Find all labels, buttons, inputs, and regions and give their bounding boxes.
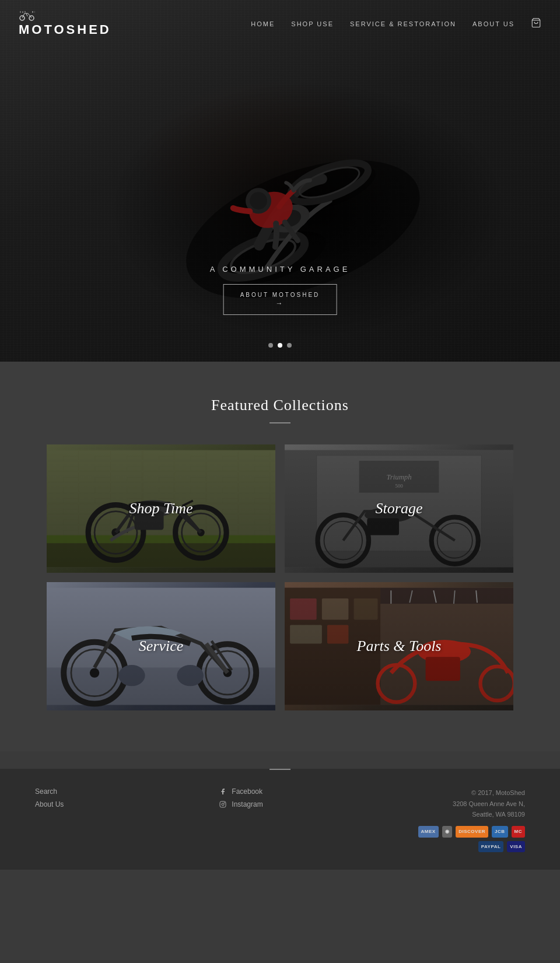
collection-card-shop-time[interactable]: Shop Time bbox=[47, 444, 275, 573]
social-instagram[interactable]: Instagram bbox=[219, 800, 262, 808]
brand-name: MOTOSHED bbox=[19, 22, 111, 37]
footer-links: Search About Us bbox=[35, 787, 64, 808]
footer-right: © 2017, MotoShed 3208 Queen Anne Ave N, … bbox=[418, 787, 525, 852]
instagram-label: Instagram bbox=[232, 800, 262, 808]
facebook-label: Facebook bbox=[232, 787, 262, 796]
collection-card-storage[interactable]: Triumph 500 Storage bbox=[285, 444, 513, 573]
social-facebook[interactable]: Facebook bbox=[219, 787, 262, 796]
payment-discover: DISCOVER bbox=[456, 826, 488, 838]
service-label: Service bbox=[139, 638, 184, 655]
instagram-icon bbox=[219, 800, 227, 808]
collection-card-parts-tools[interactable]: Parts & Tools bbox=[285, 582, 513, 710]
footer-content: Search About Us Facebook bbox=[0, 770, 560, 870]
featured-collections-section: Featured Collections bbox=[0, 362, 560, 751]
carousel-dot-3[interactable] bbox=[287, 343, 292, 348]
hero-cta-arrow: → bbox=[240, 299, 320, 307]
address-line1: 3208 Queen Anne Ave N, bbox=[418, 799, 525, 810]
svg-point-72 bbox=[225, 803, 225, 803]
carousel-dots bbox=[268, 343, 292, 348]
logo[interactable]: BAR · MI MOTOSHED bbox=[19, 10, 111, 37]
nav-service-restoration[interactable]: SERVICE & RESTORATION bbox=[350, 20, 456, 27]
hero-section: A COMMUNITY GARAGE ABOUT MOTOSHED → bbox=[0, 0, 560, 362]
payment-paypal: PayPal bbox=[478, 841, 504, 853]
svg-text:BAR · MI: BAR · MI bbox=[20, 11, 35, 13]
shop-time-label: Shop Time bbox=[129, 500, 192, 517]
carousel-dot-2[interactable] bbox=[278, 343, 282, 348]
logo-icon: BAR · MI bbox=[19, 10, 35, 21]
facebook-icon bbox=[219, 787, 227, 796]
footer-link-search[interactable]: Search bbox=[35, 787, 64, 796]
collections-grid: Shop Time Triumph 500 bbox=[47, 444, 513, 710]
svg-point-71 bbox=[222, 803, 224, 806]
hero-cta-button[interactable]: ABOUT MOTOSHED → bbox=[223, 284, 337, 315]
footer-social: Facebook Instagram bbox=[219, 787, 262, 808]
payment-mastercard: MC bbox=[512, 826, 525, 838]
address-line2: Seattle, WA 98109 bbox=[418, 809, 525, 820]
nav-shop-use[interactable]: SHOP USE bbox=[291, 20, 334, 27]
storage-label: Storage bbox=[376, 500, 423, 517]
parts-tools-label: Parts & Tools bbox=[357, 638, 442, 655]
site-footer: Search About Us Facebook bbox=[0, 769, 560, 870]
hero-cta-label: ABOUT MOTOSHED bbox=[240, 292, 320, 298]
payment-jcb: JCB bbox=[492, 826, 508, 838]
site-header: BAR · MI MOTOSHED HOME SHOP USE SERVICE … bbox=[0, 0, 560, 48]
payment-amex: AMEX bbox=[418, 826, 439, 838]
payment-row2: PayPal VISA bbox=[418, 841, 525, 853]
featured-title: Featured Collections bbox=[47, 397, 513, 414]
cart-icon[interactable] bbox=[531, 17, 541, 30]
hero-content: A COMMUNITY GARAGE ABOUT MOTOSHED → bbox=[210, 265, 351, 315]
payment-visa: VISA bbox=[507, 841, 525, 853]
footer-link-about[interactable]: About Us bbox=[35, 800, 64, 808]
hero-subtitle: A COMMUNITY GARAGE bbox=[210, 265, 351, 274]
svg-rect-70 bbox=[220, 801, 226, 807]
payment-diners: ◉ bbox=[442, 826, 453, 838]
nav-home[interactable]: HOME bbox=[251, 20, 275, 27]
payment-icons: AMEX ◉ DISCOVER JCB MC bbox=[418, 826, 525, 838]
collection-card-service[interactable]: Service bbox=[47, 582, 275, 710]
main-nav: HOME SHOP USE SERVICE & RESTORATION ABOU… bbox=[251, 17, 541, 30]
copyright: © 2017, MotoShed bbox=[418, 787, 525, 799]
featured-divider bbox=[270, 422, 290, 423]
nav-about-us[interactable]: ABOUT US bbox=[473, 20, 514, 27]
carousel-dot-1[interactable] bbox=[268, 343, 273, 348]
